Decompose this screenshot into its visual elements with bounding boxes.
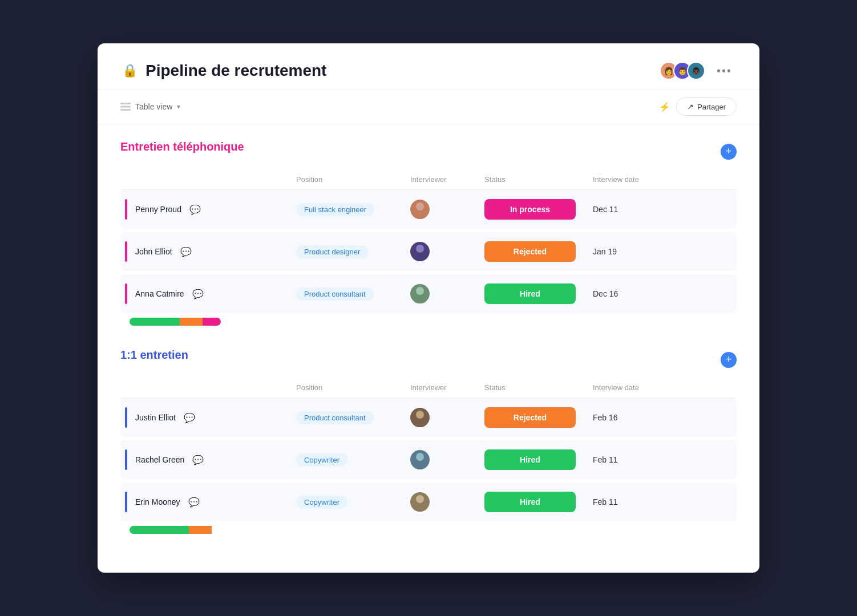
comment-icon[interactable]: 💬 [188, 497, 200, 508]
header: 🔒 Pipeline de recrutement 👩 👨 👨🏿 ••• [98, 43, 759, 90]
name-cell-rachel: Rachel Green 💬 [120, 444, 292, 476]
interviewer-cell [406, 237, 480, 266]
status-badge: In process [484, 199, 576, 220]
section-telephonic: Entretien téléphonique + Position Interv… [120, 140, 737, 326]
svg-point-4 [413, 212, 427, 219]
status-cell: Rejected [480, 237, 588, 266]
col-date-1: Interview date [588, 173, 685, 186]
position-cell: Product consultant [292, 283, 406, 305]
section2-title: 1:1 entretien [120, 348, 188, 362]
collaborators-avatars: 👩 👨 👨🏿 [660, 62, 705, 80]
position-badge: Product consultant [296, 287, 374, 301]
status-badge: Rejected [484, 407, 576, 428]
col-name-2 [120, 381, 292, 394]
comment-icon[interactable]: 💬 [180, 246, 192, 257]
status-badge: Rejected [484, 241, 576, 262]
section-oneone: 1:1 entretien + Position Interviewer Sta… [120, 348, 737, 534]
status-progress-bar [130, 526, 221, 534]
position-badge: Copywriter [296, 496, 347, 509]
svg-point-3 [416, 202, 424, 210]
svg-point-7 [416, 287, 424, 295]
interviewer-cell [406, 488, 480, 516]
comment-icon[interactable]: 💬 [189, 204, 201, 215]
candidate-name: Penny Proud [135, 205, 181, 214]
filter-icon: ⚡ [659, 102, 670, 112]
page-title: Pipeline de recrutement [145, 62, 326, 80]
section1-table-header: Position Interviewer Status Interview da… [120, 169, 737, 190]
col-action-2 [685, 381, 708, 394]
name-cell-penny: Penny Proud 💬 [120, 193, 292, 225]
position-badge: Product consultant [296, 411, 374, 424]
content: Entretien téléphonique + Position Interv… [98, 124, 759, 573]
position-cell: Product designer [292, 241, 406, 263]
svg-point-10 [413, 420, 427, 427]
pb-hired [130, 526, 189, 534]
interviewer-avatar [410, 450, 430, 469]
table-row: Erin Mooney 💬 Copywriter Hired Feb 11 [120, 483, 737, 521]
row-indicator-blue [125, 407, 127, 428]
row-indicator-blue [125, 449, 127, 470]
comment-icon[interactable]: 💬 [184, 412, 195, 423]
progress-bar-section1 [120, 318, 737, 326]
position-badge: Copywriter [296, 453, 347, 467]
position-badge: Product designer [296, 245, 368, 258]
avatar-3: 👨🏿 [687, 62, 705, 80]
comment-icon[interactable]: 💬 [192, 455, 204, 465]
candidate-name: Justin Elliot [135, 413, 176, 422]
name-cell-erin: Erin Mooney 💬 [120, 486, 292, 518]
comment-icon[interactable]: 💬 [192, 289, 204, 299]
date-cell: Dec 16 [588, 285, 685, 303]
svg-point-5 [416, 245, 424, 253]
svg-point-8 [413, 297, 427, 303]
share-button[interactable]: ↗ Partager [676, 98, 737, 116]
col-date-2: Interview date [588, 381, 685, 394]
status-cell: In process [480, 194, 588, 224]
name-cell-john: John Elliot 💬 [120, 236, 292, 268]
interviewer-cell [406, 445, 480, 474]
position-cell: Copywriter [292, 491, 406, 513]
progress-bar-section2 [120, 526, 737, 534]
status-badge: Hired [484, 492, 576, 512]
section1-add-button[interactable]: + [721, 144, 737, 160]
name-cell-anna: Anna Catmire 💬 [120, 278, 292, 310]
section2-title-row: 1:1 entretien + [120, 348, 737, 371]
interviewer-cell [406, 279, 480, 308]
more-options-button[interactable]: ••• [712, 62, 737, 80]
col-name-1 [120, 173, 292, 186]
row-indicator-pink [125, 199, 127, 220]
chevron-down-icon: ▾ [177, 103, 180, 111]
svg-rect-0 [120, 103, 131, 104]
pb-rejected [189, 526, 212, 534]
status-cell: Hired [480, 487, 588, 517]
svg-rect-2 [120, 109, 131, 111]
table-row: Justin Elliot 💬 Product consultant Rejec… [120, 398, 737, 437]
row-indicator-pink [125, 241, 127, 262]
svg-point-12 [413, 463, 427, 469]
col-interviewer-2: Interviewer [406, 381, 480, 394]
svg-point-14 [413, 505, 427, 512]
interviewer-avatar [410, 408, 430, 427]
status-cell: Rejected [480, 403, 588, 432]
candidate-name: Anna Catmire [135, 289, 184, 298]
status-cell: Hired [480, 279, 588, 309]
header-left: 🔒 Pipeline de recrutement [120, 62, 326, 80]
table-row: Rachel Green 💬 Copywriter Hired Feb 11 [120, 440, 737, 479]
view-selector[interactable]: Table view ▾ [120, 102, 180, 111]
share-label: Partager [697, 103, 726, 111]
col-interviewer-1: Interviewer [406, 173, 480, 186]
date-cell: Feb 11 [588, 493, 685, 511]
position-cell: Copywriter [292, 449, 406, 471]
section1-title: Entretien téléphonique [120, 140, 244, 153]
share-icon: ↗ [687, 102, 694, 111]
interviewer-cell [406, 403, 480, 432]
date-cell: Feb 16 [588, 408, 685, 427]
date-cell: Dec 11 [588, 200, 685, 218]
section2-add-button[interactable]: + [721, 352, 737, 368]
interviewer-avatar [410, 242, 430, 261]
position-badge: Full stack engineer [296, 203, 374, 216]
table-row: John Elliot 💬 Product designer Rejected … [120, 232, 737, 271]
view-label: Table view [135, 102, 172, 111]
toolbar-right: ⚡ ↗ Partager [659, 98, 737, 116]
header-right: 👩 👨 👨🏿 ••• [660, 62, 737, 80]
name-cell-justin: Justin Elliot 💬 [120, 402, 292, 433]
